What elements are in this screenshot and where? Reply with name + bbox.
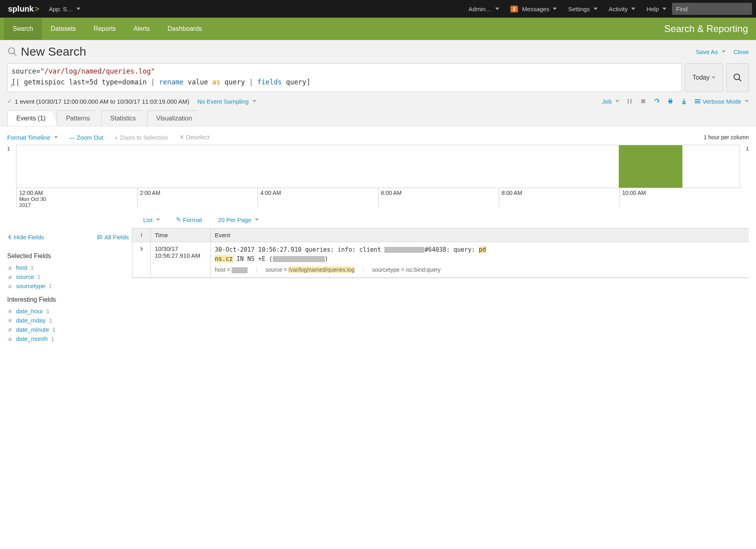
- per-page-menu[interactable]: 20 Per Page: [218, 216, 259, 223]
- messages-menu[interactable]: 2 Messages: [505, 6, 563, 12]
- field-type: #: [7, 317, 13, 324]
- print-button[interactable]: [667, 98, 674, 104]
- tab-events[interactable]: Events (1): [7, 110, 57, 126]
- events-table: i Time Event 10/30/17 10:56:27.910 AM 30…: [132, 228, 749, 278]
- splunk-logo[interactable]: splunk>: [4, 4, 43, 14]
- time-range-label: Today: [692, 74, 710, 81]
- field-row[interactable]: adate_month1: [7, 334, 129, 343]
- nav-reports[interactable]: Reports: [85, 18, 125, 40]
- search-input[interactable]: source="/var/log/named/queries.log" [| g…: [7, 63, 682, 92]
- app-nav: Search Datasets Reports Alerts Dashboard…: [0, 18, 756, 40]
- field-count: 1: [37, 273, 40, 280]
- x-tick: 8:00 AM: [499, 188, 620, 208]
- nav-search[interactable]: Search: [4, 18, 42, 40]
- field-row[interactable]: #date_minute1: [7, 325, 129, 334]
- mode-icon: [694, 98, 701, 104]
- field-count: 1: [30, 264, 34, 271]
- svg-rect-9: [669, 102, 672, 104]
- nav-datasets[interactable]: Datasets: [42, 18, 85, 40]
- format-button[interactable]: ✎ Format: [176, 216, 202, 223]
- app-menu[interactable]: App: S…: [43, 6, 86, 12]
- timeline-x-axis: 12:00 AMMon Oct 302017 2:00 AM 4:00 AM 6…: [16, 188, 740, 208]
- job-menu[interactable]: Job: [602, 98, 619, 105]
- admin-menu[interactable]: Admin…: [463, 6, 505, 12]
- svg-rect-4: [628, 99, 629, 104]
- field-row[interactable]: asourcetype1: [7, 281, 129, 291]
- pause-button[interactable]: [626, 98, 633, 104]
- expand-handle-icon[interactable]: ⇕: [10, 80, 13, 89]
- save-as-label: Save As: [696, 48, 718, 55]
- meta-sourcetype-value[interactable]: isc:bind:query: [406, 266, 440, 273]
- hide-fields-button[interactable]: Hide Fields: [7, 234, 44, 240]
- stop-button[interactable]: [640, 98, 646, 104]
- redacted-ip: [384, 247, 424, 253]
- format-timeline-menu[interactable]: Format Timeline: [7, 134, 58, 141]
- page-title-text: New Search: [21, 45, 86, 58]
- field-row[interactable]: #date_hour1: [7, 307, 129, 316]
- timeline-canvas[interactable]: [16, 145, 740, 188]
- field-name[interactable]: host: [16, 264, 27, 271]
- event-sampling-menu[interactable]: No Event Sampling: [197, 98, 256, 105]
- app-menu-label: App: S…: [49, 6, 73, 12]
- field-count: 1: [49, 317, 52, 324]
- col-time[interactable]: Time: [151, 228, 211, 242]
- nav-alerts[interactable]: Alerts: [125, 18, 159, 40]
- field-type: #: [7, 308, 13, 315]
- nav-dashboards[interactable]: Dashboards: [159, 18, 211, 40]
- help-label: Help: [646, 6, 659, 12]
- activity-menu[interactable]: Activity: [603, 6, 641, 12]
- activity-label: Activity: [609, 6, 628, 12]
- per-page-label: 20 Per Page: [218, 216, 251, 223]
- field-name[interactable]: date_minute: [16, 326, 49, 333]
- content-area: Format Timeline — Zoom Out + Zoom to Sel…: [0, 126, 756, 348]
- redacted-ip: [273, 256, 325, 262]
- events-table-header: i Time Event: [132, 228, 749, 242]
- list-view-menu[interactable]: List: [143, 216, 160, 223]
- interesting-fields-title: Interesting Fields: [7, 296, 129, 303]
- timeline-bar[interactable]: [619, 145, 682, 188]
- format-label: Format: [183, 216, 202, 223]
- run-search-button[interactable]: [726, 63, 749, 92]
- global-find-input[interactable]: [672, 3, 752, 15]
- field-row[interactable]: ahost1: [7, 263, 129, 272]
- share-button[interactable]: [654, 98, 660, 104]
- field-name[interactable]: date_hour: [16, 308, 43, 315]
- field-type: a: [7, 273, 13, 280]
- zoom-out-button[interactable]: — Zoom Out: [69, 134, 104, 141]
- print-icon: [667, 98, 674, 104]
- all-fields-button[interactable]: All Fields: [98, 234, 129, 240]
- close-button[interactable]: Close: [734, 48, 749, 55]
- page-header: New Search Save As Close source="/var/lo…: [0, 40, 756, 126]
- event-raw[interactable]: 30-Oct-2017 10:56:27.910 queries: info: …: [211, 242, 749, 277]
- export-button[interactable]: [681, 98, 687, 104]
- meta-sep: ┊: [255, 266, 258, 274]
- timeline-chart: 1 1: [7, 145, 749, 188]
- format-timeline-label: Format Timeline: [7, 134, 50, 141]
- col-event[interactable]: Event: [211, 228, 749, 242]
- svg-point-18: [98, 238, 99, 239]
- field-name[interactable]: date_month: [16, 335, 48, 342]
- time-range-picker[interactable]: Today: [685, 63, 723, 92]
- field-row[interactable]: asource1: [7, 272, 129, 281]
- field-type: a: [7, 335, 13, 342]
- svg-rect-12: [695, 102, 700, 103]
- sampling-label: No Event Sampling: [197, 98, 248, 105]
- tab-visualization[interactable]: Visualization: [147, 110, 204, 126]
- field-row[interactable]: #date_mday1: [7, 316, 129, 325]
- save-as-menu[interactable]: Save As: [696, 48, 726, 55]
- field-count: 1: [52, 326, 56, 333]
- settings-menu[interactable]: Settings: [562, 6, 603, 12]
- help-menu[interactable]: Help: [641, 6, 672, 12]
- messages-badge: 2: [510, 6, 518, 12]
- tab-statistics[interactable]: Statistics: [101, 110, 148, 126]
- tab-patterns[interactable]: Patterns: [57, 110, 102, 126]
- meta-source-value[interactable]: /var/log/named/queries.log: [288, 266, 354, 273]
- field-name[interactable]: source: [16, 273, 34, 280]
- field-name[interactable]: date_mday: [16, 317, 46, 324]
- search-mode-menu[interactable]: Verbose Mode: [694, 98, 749, 105]
- timeline-controls: Format Timeline — Zoom Out + Zoom to Sel…: [7, 131, 749, 145]
- global-topbar: splunk> App: S… Admin… 2 Messages Settin…: [0, 0, 756, 18]
- expand-event-button[interactable]: [132, 242, 151, 277]
- page-title: New Search: [7, 45, 86, 58]
- field-name[interactable]: sourcetype: [16, 283, 45, 289]
